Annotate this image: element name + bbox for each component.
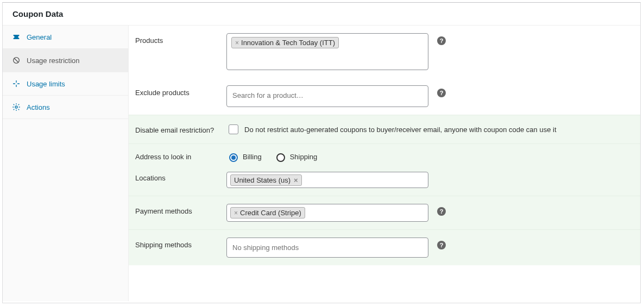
radio-billing-input[interactable] bbox=[229, 153, 238, 162]
sidebar-item-label: Usage restriction bbox=[27, 57, 80, 65]
help-icon[interactable]: ? bbox=[437, 89, 446, 97]
payment-method-tag[interactable]: × Credit Card (Stripe) bbox=[230, 207, 305, 218]
row-exclude-products: Exclude products Search for a product… ? bbox=[129, 78, 640, 115]
gear-icon bbox=[11, 102, 21, 112]
sidebar-item-actions[interactable]: Actions bbox=[3, 96, 128, 119]
shipping-methods-placeholder: No shipping methods bbox=[231, 241, 300, 254]
product-tag-label: Innovation & Tech Today (ITT) bbox=[241, 39, 335, 47]
radio-billing-label: Billing bbox=[243, 153, 262, 161]
label-payment-methods: Payment methods bbox=[135, 204, 226, 215]
sidebar-item-usage-restriction[interactable]: Usage restriction bbox=[3, 49, 128, 72]
remove-tag-icon[interactable]: × bbox=[234, 209, 238, 217]
exclude-products-placeholder: Search for a product… bbox=[231, 89, 305, 102]
help-icon[interactable]: ? bbox=[437, 36, 446, 45]
shipping-methods-select[interactable]: No shipping methods bbox=[226, 238, 428, 258]
content-area: Products × Innovation & Tech Today (ITT)… bbox=[129, 26, 640, 301]
radio-shipping[interactable]: Shipping bbox=[274, 152, 318, 162]
locations-select[interactable]: United States (us) × bbox=[226, 172, 428, 188]
label-address: Address to look in bbox=[135, 153, 226, 161]
panel-body: General Usage restriction Usage limits A… bbox=[3, 26, 640, 301]
radio-shipping-label: Shipping bbox=[290, 153, 318, 161]
row-address-locations: Address to look in Billing Shipping Loca bbox=[129, 143, 640, 196]
row-disable-email: Disable email restriction? Do not restri… bbox=[129, 115, 640, 143]
sidebar-item-label: General bbox=[27, 33, 52, 41]
row-payment-methods: Payment methods × Credit Card (Stripe) ? bbox=[129, 196, 640, 229]
ban-icon bbox=[11, 55, 21, 65]
sidebar-item-label: Usage limits bbox=[27, 80, 65, 88]
location-tag[interactable]: United States (us) × bbox=[230, 174, 302, 186]
compress-icon bbox=[11, 79, 21, 89]
exclude-products-select[interactable]: Search for a product… bbox=[226, 85, 428, 107]
panel-header: Coupon Data bbox=[3, 3, 640, 26]
row-products: Products × Innovation & Tech Today (ITT)… bbox=[129, 26, 640, 78]
sidebar-item-general[interactable]: General bbox=[3, 26, 128, 49]
sidebar-item-label: Actions bbox=[27, 103, 50, 111]
label-shipping-methods: Shipping methods bbox=[135, 238, 226, 249]
radio-shipping-input[interactable] bbox=[276, 153, 285, 162]
payment-method-tag-label: Credit Card (Stripe) bbox=[240, 209, 301, 217]
help-icon[interactable]: ? bbox=[437, 241, 446, 249]
label-exclude-products: Exclude products bbox=[135, 85, 226, 97]
help-icon[interactable]: ? bbox=[437, 207, 446, 216]
disable-email-checkbox[interactable] bbox=[229, 124, 238, 134]
sidebar-item-usage-limits[interactable]: Usage limits bbox=[3, 72, 128, 96]
address-radio-group: Billing Shipping bbox=[226, 152, 317, 162]
label-products: Products bbox=[135, 33, 226, 45]
coupon-data-panel: Coupon Data General Usage restriction Us… bbox=[2, 2, 641, 303]
ticket-icon bbox=[11, 32, 21, 42]
location-tag-label: United States (us) bbox=[234, 176, 291, 184]
label-disable-email: Disable email restriction? bbox=[135, 123, 226, 134]
svg-point-2 bbox=[15, 106, 17, 108]
panel-title: Coupon Data bbox=[12, 9, 630, 18]
remove-tag-icon[interactable]: × bbox=[235, 39, 239, 47]
disable-email-checkbox-label: Do not restrict auto-generated coupons t… bbox=[244, 126, 557, 134]
label-locations: Locations bbox=[135, 172, 226, 182]
remove-tag-icon[interactable]: × bbox=[294, 176, 298, 184]
sidebar: General Usage restriction Usage limits A… bbox=[3, 26, 129, 301]
row-shipping-methods: Shipping methods No shipping methods ? bbox=[129, 229, 640, 265]
radio-billing[interactable]: Billing bbox=[226, 152, 262, 162]
products-select[interactable]: × Innovation & Tech Today (ITT) bbox=[226, 33, 428, 70]
payment-methods-select[interactable]: × Credit Card (Stripe) bbox=[226, 204, 428, 222]
product-tag[interactable]: × Innovation & Tech Today (ITT) bbox=[231, 37, 339, 48]
svg-line-1 bbox=[14, 58, 18, 63]
